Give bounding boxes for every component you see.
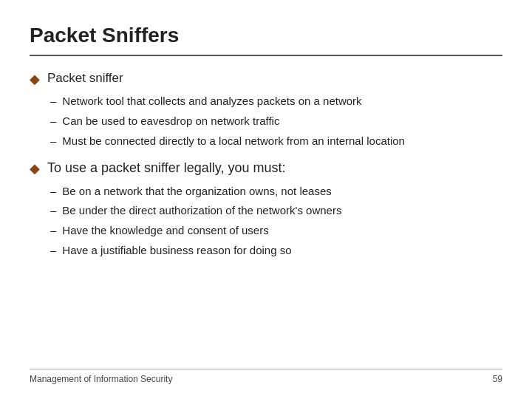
sub-bullet-text-2-3: Have the knowledge and consent of users — [62, 222, 268, 239]
sub-bullet-text-2-2: Be under the direct authorization of the… — [62, 202, 341, 219]
bullet-item-2: ◆ To use a packet sniffer legally, you m… — [30, 159, 502, 178]
sub-bullet-1-3: – Must be connected directly to a local … — [50, 133, 502, 149]
sub-bullet-2-4: – Have a justifiable business reason for… — [50, 242, 502, 259]
footer: Management of Information Security 59 — [30, 369, 502, 384]
sub-bullet-1-1: – Network tool that collects and analyze… — [50, 93, 502, 109]
diamond-icon-1: ◆ — [30, 70, 40, 89]
dash-icon-2-2: – — [50, 202, 56, 219]
section-2: ◆ To use a packet sniffer legally, you m… — [30, 159, 502, 258]
slide-title: Packet Sniffers — [30, 24, 502, 47]
section-1: ◆ Packet sniffer – Network tool that col… — [30, 69, 502, 149]
sub-bullet-text-2-4: Have a justifiable business reason for d… — [62, 242, 291, 259]
sub-bullet-1-2: – Can be used to eavesdrop on network tr… — [50, 113, 502, 129]
slide: Packet Sniffers ◆ Packet sniffer – Netwo… — [0, 0, 532, 399]
sub-bullets-1: – Network tool that collects and analyze… — [50, 93, 502, 149]
sub-bullets-2: – Be on a network that the organization … — [50, 183, 502, 259]
dash-icon-1-3: – — [50, 133, 56, 149]
dash-icon-2-4: – — [50, 242, 56, 259]
dash-icon-1-1: – — [50, 93, 56, 109]
divider — [30, 55, 502, 56]
dash-icon-2-1: – — [50, 183, 56, 200]
dash-icon-2-3: – — [50, 222, 56, 239]
bullet-text-2: To use a packet sniffer legally, you mus… — [47, 159, 286, 177]
sub-bullet-text-1-1: Network tool that collects and analyzes … — [62, 93, 361, 109]
dash-icon-1-2: – — [50, 113, 56, 129]
diamond-icon-2: ◆ — [30, 160, 40, 178]
sub-bullet-2-2: – Be under the direct authorization of t… — [50, 202, 502, 219]
bullet-text-1: Packet sniffer — [47, 69, 123, 88]
footer-page-number: 59 — [493, 374, 502, 384]
footer-left-text: Management of Information Security — [30, 374, 172, 384]
sub-bullet-2-1: – Be on a network that the organization … — [50, 183, 502, 200]
sub-bullet-text-2-1: Be on a network that the organization ow… — [62, 183, 331, 200]
sub-bullet-2-3: – Have the knowledge and consent of user… — [50, 222, 502, 239]
sub-bullet-text-1-2: Can be used to eavesdrop on network traf… — [62, 113, 279, 129]
sub-bullet-text-1-3: Must be connected directly to a local ne… — [62, 133, 405, 149]
content-area: ◆ Packet sniffer – Network tool that col… — [30, 69, 502, 361]
bullet-item-1: ◆ Packet sniffer — [30, 69, 502, 89]
